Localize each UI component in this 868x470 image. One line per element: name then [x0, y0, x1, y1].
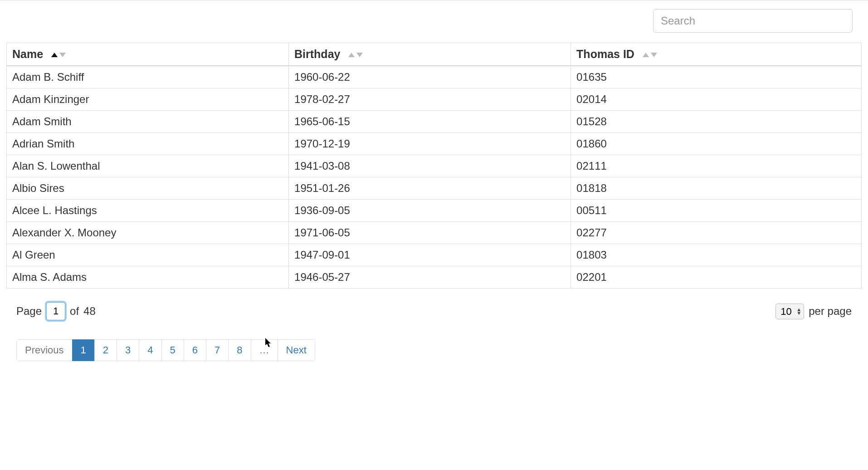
cell-name: Adrian Smith	[7, 133, 289, 155]
data-table: Name Birthday Thomas ID	[6, 43, 862, 289]
per-page-control: 10 ▲▼ per page	[775, 304, 852, 319]
cell-name: Alexander X. Mooney	[7, 222, 289, 244]
table-row: Albio Sires 1951-01-26 01818	[7, 177, 862, 200]
total-pages: 48	[83, 305, 96, 318]
per-page-select[interactable]: 10	[775, 304, 804, 319]
svg-marker-1	[59, 53, 66, 57]
sort-icons-thomas	[642, 48, 658, 61]
sort-asc-icon	[348, 52, 355, 58]
table-row: Adam Kinzinger 1978-02-27 02014	[7, 88, 862, 111]
pagination-page-6[interactable]: 6	[184, 339, 206, 361]
cell-name: Adam B. Schiff	[7, 66, 289, 88]
column-header-label: Name	[12, 48, 43, 60]
pagination-ellipsis: …	[251, 339, 278, 361]
cell-thomas-id: 02201	[571, 266, 862, 289]
search-row	[6, 9, 862, 33]
cell-birthday: 1965-06-15	[289, 111, 571, 133]
cell-birthday: 1946-05-27	[289, 266, 571, 289]
table-body: Adam B. Schiff 1960-06-22 01635 Adam Kin…	[7, 66, 862, 289]
svg-marker-0	[51, 53, 58, 57]
table-row: Adam Smith 1965-06-15 01528	[7, 111, 862, 133]
table-row: Adam B. Schiff 1960-06-22 01635	[7, 66, 862, 88]
table-row: Alan S. Lowenthal 1941-03-08 02111	[7, 155, 862, 177]
column-header-label: Thomas ID	[576, 48, 634, 60]
cell-birthday: 1970-12-19	[289, 133, 571, 155]
table-header-row: Name Birthday Thomas ID	[7, 43, 862, 66]
pagination-prev[interactable]: Previous	[16, 339, 72, 361]
cell-thomas-id: 01803	[571, 244, 862, 266]
sort-asc-icon	[642, 52, 649, 58]
pagination-next[interactable]: Next	[278, 339, 315, 361]
column-header-name[interactable]: Name	[7, 43, 289, 66]
pagination: Previous 1 2 3 4 5 6 7 8 … Next	[16, 339, 315, 361]
cell-birthday: 1951-01-26	[289, 177, 571, 200]
page-root: Name Birthday Thomas ID	[0, 0, 868, 379]
sort-desc-icon	[650, 52, 658, 58]
cell-birthday: 1936-09-05	[289, 200, 571, 222]
cell-birthday: 1971-06-05	[289, 222, 571, 244]
table-row: Al Green 1947-09-01 01803	[7, 244, 862, 266]
search-input[interactable]	[653, 9, 853, 33]
cell-birthday: 1960-06-22	[289, 66, 571, 88]
svg-marker-5	[651, 53, 657, 57]
per-page-label: per page	[809, 305, 852, 318]
pagination-page-1[interactable]: 1	[72, 339, 94, 361]
sort-desc-icon	[356, 52, 363, 58]
column-header-birthday[interactable]: Birthday	[289, 43, 571, 66]
cell-thomas-id: 01635	[571, 66, 862, 88]
cell-thomas-id: 01528	[571, 111, 862, 133]
cell-birthday: 1941-03-08	[289, 155, 571, 177]
cell-name: Al Green	[7, 244, 289, 266]
pagination-page-5[interactable]: 5	[161, 339, 184, 361]
cell-birthday: 1947-09-01	[289, 244, 571, 266]
cell-thomas-id: 01818	[571, 177, 862, 200]
cell-thomas-id: 02014	[571, 88, 862, 111]
page-label: Page	[16, 305, 42, 318]
sort-icons-name	[51, 48, 66, 61]
cell-name: Adam Kinzinger	[7, 88, 289, 111]
current-page-input[interactable]	[46, 302, 65, 320]
of-label: of	[70, 305, 79, 318]
pagination-page-2[interactable]: 2	[94, 339, 117, 361]
sort-desc-icon	[59, 52, 66, 58]
cell-name: Adam Smith	[7, 111, 289, 133]
sort-asc-icon	[51, 52, 58, 58]
svg-marker-4	[643, 53, 649, 57]
pagination-page-4[interactable]: 4	[139, 339, 161, 361]
pagination-page-8[interactable]: 8	[228, 339, 250, 361]
column-header-thomas-id[interactable]: Thomas ID	[571, 43, 862, 66]
cell-thomas-id: 00511	[571, 200, 862, 222]
column-header-label: Birthday	[294, 48, 340, 60]
cell-name: Alma S. Adams	[7, 266, 289, 289]
cell-name: Alan S. Lowenthal	[7, 155, 289, 177]
pagination-page-3[interactable]: 3	[117, 339, 139, 361]
table-row: Adrian Smith 1970-12-19 01860	[7, 133, 862, 155]
table-row: Alexander X. Mooney 1971-06-05 02277	[7, 222, 862, 244]
pagination-page-7[interactable]: 7	[206, 339, 228, 361]
cell-thomas-id: 01860	[571, 133, 862, 155]
cell-birthday: 1978-02-27	[289, 88, 571, 111]
sort-icons-birthday	[348, 48, 363, 61]
cell-name: Albio Sires	[7, 177, 289, 200]
cell-thomas-id: 02277	[571, 222, 862, 244]
table-row: Alma S. Adams 1946-05-27 02201	[7, 266, 862, 289]
table-footer: Page of 48 10 ▲▼ per page	[6, 289, 862, 320]
cell-name: Alcee L. Hastings	[7, 200, 289, 222]
cell-thomas-id: 02111	[571, 155, 862, 177]
svg-marker-2	[348, 53, 355, 57]
table-row: Alcee L. Hastings 1936-09-05 00511	[7, 200, 862, 222]
svg-marker-3	[356, 53, 363, 57]
page-of-display: Page of 48	[16, 302, 96, 320]
